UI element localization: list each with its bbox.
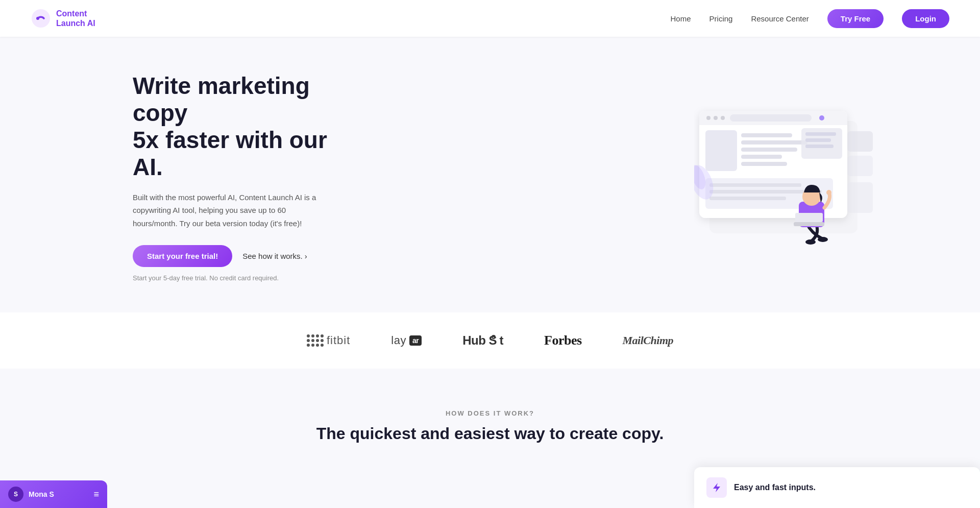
how-it-works-link[interactable]: See how it works. › bbox=[242, 252, 307, 260]
brand-mailchimp: MailChimp bbox=[623, 334, 673, 347]
svg-rect-24 bbox=[805, 144, 834, 148]
svg-point-1 bbox=[36, 17, 39, 20]
try-free-button[interactable]: Try Free bbox=[827, 9, 884, 28]
layar-badge: ar bbox=[409, 335, 422, 346]
start-trial-button[interactable]: Start your free trial! bbox=[133, 245, 232, 267]
mailchimp-text: MailChimp bbox=[623, 334, 673, 347]
svg-point-31 bbox=[805, 239, 816, 245]
svg-rect-22 bbox=[805, 132, 836, 136]
svg-rect-13 bbox=[741, 140, 807, 144]
hero-title: Write marketing copy 5x faster with our … bbox=[133, 72, 337, 181]
brand-forbes: Forbes bbox=[544, 333, 582, 348]
hero-illustration bbox=[694, 106, 878, 249]
logo-text: Content Launch AI bbox=[56, 9, 95, 28]
svg-rect-20 bbox=[709, 197, 786, 200]
svg-point-7 bbox=[714, 116, 718, 120]
svg-rect-35 bbox=[794, 222, 824, 226]
brand-hubspot: Hub S t bbox=[462, 333, 503, 348]
nav-link-home[interactable]: Home bbox=[671, 14, 691, 23]
svg-rect-12 bbox=[741, 133, 792, 137]
how-title: The quickest and easiest way to create c… bbox=[61, 424, 919, 443]
login-button[interactable]: Login bbox=[902, 9, 949, 28]
svg-rect-16 bbox=[741, 162, 787, 166]
svg-rect-18 bbox=[709, 183, 801, 187]
nav-link-resource[interactable]: Resource Center bbox=[751, 14, 808, 23]
svg-rect-27 bbox=[847, 182, 873, 213]
nav-link-pricing[interactable]: Pricing bbox=[709, 14, 733, 23]
brand-fitbit: fitbit bbox=[307, 334, 350, 347]
how-label: HOW DOES IT WORK? bbox=[61, 409, 919, 417]
logo-icon bbox=[31, 8, 51, 29]
svg-point-8 bbox=[721, 116, 725, 120]
svg-point-9 bbox=[819, 115, 824, 120]
how-section: HOW DOES IT WORK? The quickest and easie… bbox=[0, 369, 980, 464]
hero-svg bbox=[694, 106, 878, 259]
svg-point-6 bbox=[706, 116, 710, 120]
hero-section: Write marketing copy 5x faster with our … bbox=[0, 37, 980, 312]
svg-point-30 bbox=[818, 237, 828, 242]
navbar: Content Launch AI Home Pricing Resource … bbox=[0, 0, 980, 37]
svg-rect-36 bbox=[795, 213, 823, 222]
hero-actions: Start your free trial! See how it works.… bbox=[133, 245, 337, 267]
svg-rect-26 bbox=[847, 156, 873, 176]
nav-links: Home Pricing Resource Center Try Free Lo… bbox=[671, 9, 949, 28]
logo[interactable]: Content Launch AI bbox=[31, 8, 95, 29]
hero-text: Write marketing copy 5x faster with our … bbox=[133, 72, 337, 282]
brands-section: fitbit lay ar Hub S t Forbes MailChimp bbox=[0, 312, 980, 369]
hero-description: Built with the most powerful AI, Content… bbox=[133, 191, 316, 230]
svg-rect-11 bbox=[705, 130, 737, 171]
brand-layar: lay ar bbox=[391, 334, 422, 347]
svg-rect-14 bbox=[741, 148, 797, 152]
fitbit-icon bbox=[307, 334, 324, 347]
svg-rect-15 bbox=[741, 155, 782, 159]
hero-footnote: Start your 5-day free trial. No credit c… bbox=[133, 274, 337, 282]
svg-rect-10 bbox=[730, 114, 812, 122]
svg-rect-23 bbox=[805, 138, 831, 142]
svg-rect-25 bbox=[847, 131, 873, 152]
svg-point-0 bbox=[32, 9, 50, 28]
svg-point-34 bbox=[826, 190, 831, 195]
